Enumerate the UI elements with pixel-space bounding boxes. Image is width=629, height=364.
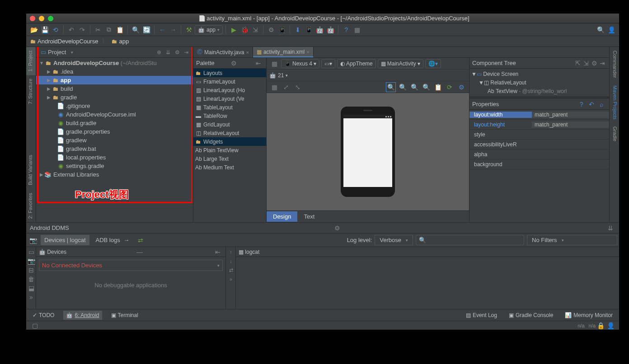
scroll-from-source-icon[interactable]: ⊕ <box>155 48 163 56</box>
filter-icon[interactable]: ⌕ <box>596 99 606 109</box>
monitor-icon[interactable]: 🤖 <box>325 25 335 35</box>
palette-mediumtext[interactable]: AbMedium Text <box>193 163 266 172</box>
ct-device-screen[interactable]: ▼▭ Device Screen <box>469 70 609 78</box>
help-icon[interactable]: ? <box>341 25 351 35</box>
run-icon[interactable]: ▶ <box>229 25 239 35</box>
ddms-icon[interactable]: 📱 <box>304 25 314 35</box>
tree-gradlew[interactable]: 📄gradlew <box>36 136 193 145</box>
find-icon[interactable]: 🔍 <box>131 25 141 35</box>
locale-selector[interactable]: 🌐▾ <box>425 59 441 68</box>
tab-design[interactable]: Design <box>267 211 297 222</box>
tab-structure[interactable]: 7: Structure <box>26 75 36 108</box>
close-icon[interactable]: × <box>306 49 309 55</box>
palette-table[interactable]: ▦TableLayout <box>193 103 266 112</box>
open-icon[interactable]: 📂 <box>29 25 39 35</box>
tree-build[interactable]: ▶🖿build <box>36 84 193 93</box>
down-icon[interactable]: ↓ <box>227 257 235 265</box>
paste-icon[interactable]: 📋 <box>115 25 125 35</box>
tab-terminal[interactable]: ▣Terminal <box>108 311 141 320</box>
screenshot-icon[interactable]: 📷 <box>28 235 38 245</box>
lock-icon[interactable]: 🔒 <box>596 321 606 331</box>
tree-iml[interactable]: ◉AndroidDevelopCourse.iml <box>36 110 193 119</box>
inspector-icon[interactable]: 👤 <box>606 321 615 331</box>
sync-icon[interactable]: ⟲ <box>51 25 61 35</box>
tree-localprops[interactable]: 📄local.properties <box>36 153 193 162</box>
minimize-window-button[interactable] <box>39 16 44 21</box>
prop-layout-width[interactable]: layout:widthmatch_parent <box>469 110 609 120</box>
close-window-button[interactable] <box>30 16 35 21</box>
component-tree[interactable]: ▼▭ Device Screen ▼◫ RelativeLayout Ab Te… <box>469 69 609 96</box>
logcat-search[interactable]: 🔍 <box>416 235 524 245</box>
prop-alpha[interactable]: alpha <box>469 149 609 159</box>
tree-idea[interactable]: ▶🖿.idea <box>36 67 193 76</box>
gear-icon[interactable]: ⚙ <box>332 223 342 233</box>
make-icon[interactable]: ⚒ <box>184 25 194 35</box>
tab-gradle[interactable]: Gradle <box>610 123 619 145</box>
prop-style[interactable]: style <box>469 130 609 140</box>
palette-framelayout[interactable]: ▭FrameLayout <box>193 77 266 86</box>
zoom-out-icon[interactable]: 🔍 <box>421 82 431 92</box>
save-icon[interactable]: 💾 <box>40 25 50 35</box>
tab-android[interactable]: 🤖6: Android <box>63 311 102 320</box>
dump-icon[interactable]: ⬓ <box>27 284 35 292</box>
tree-settings[interactable]: ◉settings.gradle <box>36 162 193 170</box>
tab-mainactivity[interactable]: ⒸMainActivity.java× <box>193 47 253 57</box>
hide-icon[interactable]: ⇤ <box>213 247 223 257</box>
wrap-icon[interactable]: ⇄ <box>227 266 235 274</box>
hide-icon[interactable]: ⇥ <box>182 48 190 56</box>
breadcrumb-root[interactable]: 🖿AndroidDevelopCourse <box>30 38 98 45</box>
forward-icon[interactable]: → <box>168 25 178 35</box>
tab-todo[interactable]: ✓TODO <box>30 311 57 320</box>
gc-icon[interactable]: 🗑 <box>27 275 35 283</box>
refresh-icon[interactable]: 📋 <box>433 82 443 92</box>
palette-linearh[interactable]: ▥LinearLayout (Ho <box>193 86 266 94</box>
tree-gradlewbat[interactable]: 📄gradlew.bat <box>36 145 193 153</box>
design-canvas[interactable]: ◁○□ <box>267 93 469 210</box>
zoom-fit-icon[interactable]: 🔍 <box>386 82 396 92</box>
cut-icon[interactable]: ✂ <box>93 25 103 35</box>
tab-gradle-console[interactable]: ▣Gradle Console <box>506 311 556 320</box>
shrink-icon[interactable]: ⤡ <box>293 82 303 92</box>
tree-gitignore[interactable]: 📄.gitignore <box>36 102 193 110</box>
android-icon2[interactable]: 🤖 <box>314 25 324 35</box>
palette-cat-widgets[interactable]: 🖿Widgets <box>193 137 266 146</box>
expand-icon[interactable]: ⇱ <box>574 58 582 68</box>
palette-tablerow[interactable]: ▬TableRow <box>193 112 266 120</box>
prop-background[interactable]: background <box>469 159 609 169</box>
run-config-selector[interactable]: 🤖 app ▾ <box>195 25 223 34</box>
stop-icon[interactable]: ⚙ <box>266 25 276 35</box>
search-icon[interactable]: 🔍 <box>596 25 606 35</box>
sdk-icon[interactable]: ⬇ <box>293 25 303 35</box>
user-icon[interactable]: 👤 <box>606 25 616 35</box>
expand-icon[interactable]: ⤢ <box>281 82 291 92</box>
end-icon[interactable]: » <box>227 275 235 283</box>
tab-favorites[interactable]: 2: Favorites <box>26 189 36 222</box>
palette-linearv[interactable]: ▤LinearLayout (Ve <box>193 94 266 103</box>
tree-root[interactable]: ▼🖿 AndroidDevelopCourse (~/AndroidStu <box>36 59 193 67</box>
palette-toggle-icon[interactable]: ▦ <box>269 82 279 92</box>
breadcrumb-app[interactable]: 🖿app <box>111 38 129 45</box>
tool-window-icon[interactable]: ▢ <box>30 321 40 331</box>
tree-gradleprops[interactable]: 📄gradle.properties <box>36 127 193 136</box>
refresh-icon[interactable]: ⟳ <box>445 82 455 92</box>
hide-icon[interactable]: ⇤ <box>253 58 263 68</box>
tree-extlib[interactable]: ▶📚External Libraries <box>36 170 193 179</box>
undo-icon[interactable]: ↶ <box>66 25 76 35</box>
tab-text[interactable]: Text <box>297 211 321 222</box>
tree-app[interactable]: ▶🖿app <box>36 76 193 84</box>
debug-icon[interactable]: 🐞 <box>239 25 249 35</box>
palette-relative[interactable]: ◫RelativeLayout <box>193 129 266 137</box>
properties-table[interactable]: layout:widthmatch_parent layout:heightma… <box>469 110 609 222</box>
gear-icon[interactable]: ⚙ <box>456 82 466 92</box>
tab-devices-logcat[interactable]: Devices | logcat <box>41 235 89 245</box>
collapse-icon[interactable]: ⇲ <box>582 58 590 68</box>
prop-accessibility[interactable]: accessibilityLiveR <box>469 140 609 149</box>
loglevel-selector[interactable]: Verbose <box>375 235 413 245</box>
orientation-selector[interactable]: ▭▾ <box>321 59 335 68</box>
camera-icon[interactable]: 📷 <box>27 257 35 265</box>
gear-icon[interactable]: ⚙ <box>173 48 181 56</box>
tab-adb-logs[interactable]: ADB logs → <box>92 235 133 245</box>
device-selector[interactable]: 📱Nexus 4▾ <box>281 59 319 68</box>
copy-icon[interactable]: ⧉ <box>104 25 114 35</box>
design-surface-icon[interactable]: ▦ <box>269 59 279 69</box>
